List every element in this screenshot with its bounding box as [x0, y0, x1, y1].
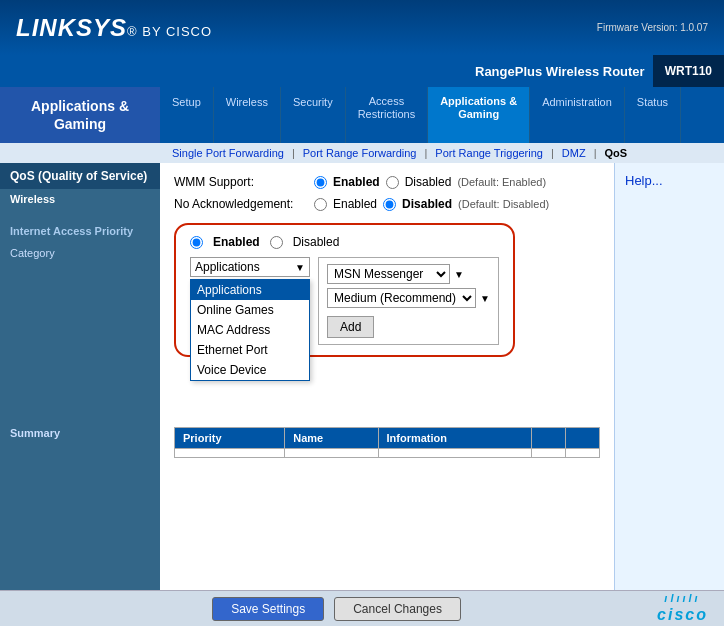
- wmm-default: (Default: Enabled): [457, 176, 546, 188]
- tab-status[interactable]: Status: [625, 87, 681, 143]
- wmm-row: WMM Support: Enabled Disabled (Default: …: [174, 175, 600, 189]
- category-dropdown-list: Applications Online Games MAC Address Et…: [190, 279, 310, 381]
- app-panel: MSN Messenger AIM Yahoo Messenger ▼ Medi…: [318, 257, 499, 345]
- noack-disabled-radio[interactable]: [383, 198, 396, 211]
- router-info-bar: RangePlus Wireless Router WRT110: [0, 55, 724, 87]
- col-5: [566, 428, 600, 449]
- col-name: Name: [285, 428, 378, 449]
- nav-area: Applications &Gaming Setup Wireless Secu…: [0, 87, 724, 143]
- footer-buttons: Save Settings Cancel Changes: [212, 597, 461, 621]
- sidebar-summary: Summary: [0, 423, 160, 443]
- tab-setup[interactable]: Setup: [160, 87, 214, 143]
- sidebar: QoS (Quality of Service) Wireless Intern…: [0, 163, 160, 590]
- tab-administration[interactable]: Administration: [530, 87, 625, 143]
- add-button[interactable]: Add: [327, 316, 374, 338]
- subtab-dmz[interactable]: DMZ: [558, 145, 590, 161]
- category-option-mac-address[interactable]: MAC Address: [191, 320, 309, 340]
- app-select-row: MSN Messenger AIM Yahoo Messenger ▼: [327, 264, 490, 284]
- iap-disabled-radio[interactable]: [270, 236, 283, 249]
- content-area: WMM Support: Enabled Disabled (Default: …: [160, 163, 614, 590]
- linksys-logo: LINKSYS® by Cisco: [16, 14, 212, 42]
- noack-default: (Default: Disabled): [458, 198, 549, 210]
- subtab-single-port[interactable]: Single Port Forwarding: [168, 145, 288, 161]
- priority-dropdown-arrow[interactable]: ▼: [480, 293, 490, 304]
- noack-row: No Acknowledgement: Enabled Disabled (De…: [174, 197, 600, 211]
- category-area: Applications ▼ Applications Online Games…: [190, 257, 499, 345]
- right-panel: Help...: [614, 163, 724, 590]
- priority-select-row: Medium (Recommend) High Normal Low ▼: [327, 288, 490, 308]
- iap-enabled-label: Enabled: [213, 235, 260, 249]
- noack-disabled-label: Disabled: [402, 197, 452, 211]
- footer: Save Settings Cancel Changes ılıılı cisc…: [0, 590, 724, 626]
- body: QoS (Quality of Service) Wireless Intern…: [0, 163, 724, 590]
- iap-box: Enabled Disabled Applications ▼ A: [174, 223, 515, 357]
- sub-tabs: Single Port Forwarding | Port Range Forw…: [0, 143, 724, 163]
- wmm-enabled-label: Enabled: [333, 175, 380, 189]
- tab-access-restrictions[interactable]: AccessRestrictions: [346, 87, 428, 143]
- header: LINKSYS® by Cisco Firmware Version: 1.0.…: [0, 0, 724, 55]
- col-4: [532, 428, 566, 449]
- iap-enabled-radio[interactable]: [190, 236, 203, 249]
- table-row: [175, 449, 600, 458]
- priority-select[interactable]: Medium (Recommend) High Normal Low: [327, 288, 476, 308]
- dropdown-arrow: ▼: [295, 262, 305, 273]
- col-information: Information: [378, 428, 532, 449]
- model-badge: WRT110: [653, 55, 724, 87]
- router-name: RangePlus Wireless Router: [160, 64, 653, 79]
- tab-security[interactable]: Security: [281, 87, 346, 143]
- sidebar-item-wireless[interactable]: Wireless: [0, 189, 160, 209]
- noack-options: Enabled Disabled (Default: Disabled): [314, 197, 549, 211]
- main-nav: Setup Wireless Security AccessRestrictio…: [160, 87, 724, 143]
- summary-area: Priority Name Information: [174, 427, 600, 458]
- category-option-online-games[interactable]: Online Games: [191, 300, 309, 320]
- category-option-voice-device[interactable]: Voice Device: [191, 360, 309, 380]
- noack-enabled-label: Enabled: [333, 197, 377, 211]
- sidebar-section-qos: QoS (Quality of Service): [0, 163, 160, 189]
- wmm-disabled-label: Disabled: [405, 175, 452, 189]
- wmm-enabled-radio[interactable]: [314, 176, 327, 189]
- noack-label: No Acknowledgement:: [174, 197, 314, 211]
- save-button[interactable]: Save Settings: [212, 597, 324, 621]
- category-select[interactable]: Applications ▼: [190, 257, 310, 277]
- help-link[interactable]: Help...: [625, 173, 663, 188]
- col-priority: Priority: [175, 428, 285, 449]
- category-option-ethernet-port[interactable]: Ethernet Port: [191, 340, 309, 360]
- tab-applications-gaming[interactable]: Applications &Gaming: [428, 87, 530, 143]
- iap-toggle-row: Enabled Disabled: [190, 235, 499, 249]
- category-option-applications[interactable]: Applications: [191, 280, 309, 300]
- subtab-port-range[interactable]: Port Range Forwarding: [299, 145, 421, 161]
- firmware-version: Firmware Version: 1.0.07: [597, 22, 708, 33]
- subtab-qos[interactable]: QoS: [601, 145, 632, 161]
- sidebar-internet-access: Internet Access Priority: [0, 219, 160, 243]
- summary-table: Priority Name Information: [174, 427, 600, 458]
- page: LINKSYS® by Cisco Firmware Version: 1.0.…: [0, 0, 724, 626]
- iap-disabled-label: Disabled: [293, 235, 340, 249]
- app-select[interactable]: MSN Messenger AIM Yahoo Messenger: [327, 264, 450, 284]
- app-dropdown-arrow[interactable]: ▼: [454, 269, 464, 280]
- cisco-logo: ılıılı cisco: [657, 592, 708, 625]
- tab-wireless[interactable]: Wireless: [214, 87, 281, 143]
- sidebar-category: Category: [0, 243, 160, 263]
- wmm-options: Enabled Disabled (Default: Enabled): [314, 175, 546, 189]
- wmm-disabled-radio[interactable]: [386, 176, 399, 189]
- category-dropdown-wrap: Applications ▼ Applications Online Games…: [190, 257, 310, 277]
- left-title: Applications &Gaming: [0, 87, 160, 143]
- noack-enabled-radio[interactable]: [314, 198, 327, 211]
- subtab-port-triggering[interactable]: Port Range Triggering: [431, 145, 547, 161]
- cancel-button[interactable]: Cancel Changes: [334, 597, 461, 621]
- wmm-label: WMM Support:: [174, 175, 314, 189]
